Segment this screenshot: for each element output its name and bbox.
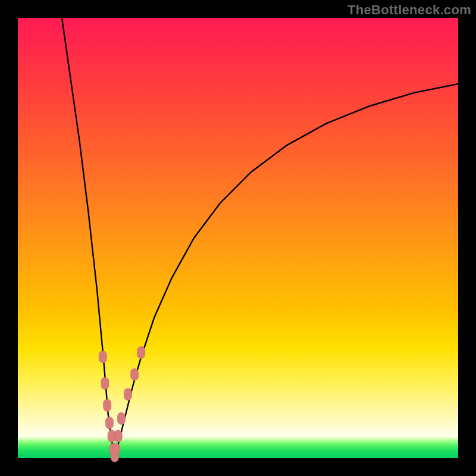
data-marker bbox=[104, 399, 111, 411]
curve-left-branch bbox=[62, 18, 115, 458]
data-marker bbox=[105, 417, 113, 429]
data-marker bbox=[112, 443, 120, 455]
data-marker bbox=[124, 389, 132, 400]
watermark-text: TheBottleneck.com bbox=[347, 2, 471, 18]
data-marker bbox=[137, 346, 145, 358]
data-marker bbox=[117, 412, 125, 424]
data-marker bbox=[99, 351, 107, 363]
chart-frame: TheBottleneck.com bbox=[0, 0, 476, 476]
data-markers bbox=[99, 346, 145, 462]
bottleneck-curve bbox=[62, 18, 458, 458]
data-marker bbox=[101, 377, 109, 389]
data-marker bbox=[114, 430, 122, 442]
chart-svg bbox=[18, 18, 458, 458]
data-marker bbox=[131, 368, 139, 380]
chart-plot-area bbox=[18, 18, 458, 458]
curve-right-branch bbox=[115, 84, 458, 458]
